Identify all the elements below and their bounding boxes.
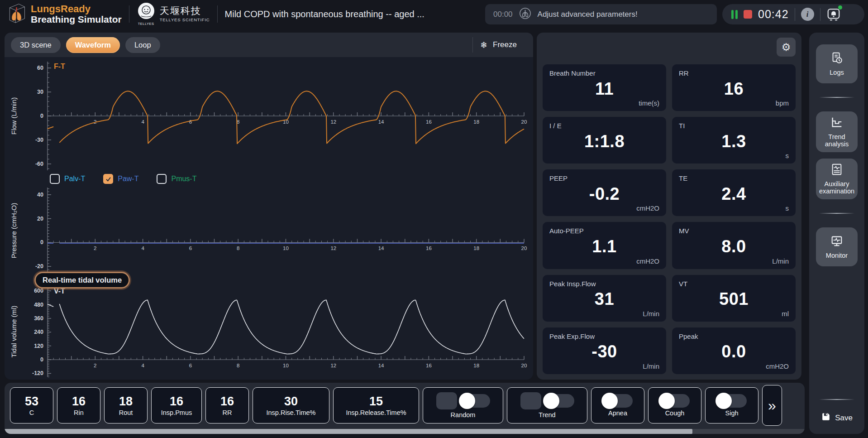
toggle-knob[interactable] [715,393,732,409]
toggle-random[interactable]: Random [423,387,503,424]
session-controls: 00:42 i [722,4,864,24]
device-notification-icon[interactable] [826,7,841,22]
sidebar-divider [819,213,854,214]
toggle-knob[interactable] [543,393,559,409]
parameter-label: I / E [549,122,562,130]
scrollbar-thumb[interactable] [5,429,692,434]
parameter-unit: time(s) [639,99,659,107]
svg-text:4: 4 [141,119,144,125]
checkbox-unchecked-icon[interactable] [50,174,60,184]
control-insp-release-time-[interactable]: 15Insp.Release.Time% [333,387,419,424]
toggle-switch[interactable] [660,394,690,408]
view-tab-strip: 3D scene Waveform Loop ❄ Freeze [5,33,533,57]
parameter-label: Breath Number [549,69,596,77]
parameter-unit: s [786,204,789,212]
toggle-knob[interactable] [601,393,618,409]
toggle-block [436,392,457,409]
legend-checkbox-paw-t[interactable]: Paw-T [103,174,138,184]
legend-checkbox-pmus-t[interactable]: Pmus-T [157,174,196,184]
sidebar-divider [819,97,854,98]
scenario-title: Mild COPD with spontaneous breathing -- … [225,9,424,19]
freeze-button[interactable]: ❄ Freeze [472,37,517,53]
tab-loop[interactable]: Loop [125,37,160,53]
control-rr[interactable]: 16RR [205,387,249,424]
svg-text:2: 2 [94,363,96,368]
parameter-label: Ppeak [679,332,698,340]
parameter-card-peak-exp-flow: Peak Exp.Flow-30L/min [543,327,666,374]
control-insp-rise-time-[interactable]: 30Insp.Rise.Time% [253,387,329,424]
svg-text:Flow (L/min): Flow (L/min) [10,97,18,135]
gear-icon[interactable]: ⚙ [777,38,796,57]
expand-controls-button[interactable]: » [762,385,782,426]
stop-button[interactable] [744,10,752,19]
toggle-switch[interactable] [717,394,747,408]
notification-message: Adjust advanced parameters! [538,10,638,19]
toggle-cough[interactable]: Cough [648,387,701,424]
parameter-card-ppeak: Ppeak0.0cmH2O [672,327,796,374]
svg-text:40: 40 [37,192,43,198]
checkbox-unchecked-icon[interactable] [157,174,167,184]
toggle-label: Random [451,411,476,419]
svg-text:30: 30 [37,89,43,95]
svg-text:10: 10 [283,245,289,251]
toggle-label: Cough [665,409,685,417]
realtime-tidal-volume-badge: Real-time tidal volume [34,272,130,289]
toggle-switch[interactable] [603,394,633,408]
toggle-apnea[interactable]: Apnea [591,387,644,424]
parameter-unit: cmH2O [636,257,659,265]
waveform-panel: 3D scene Waveform Loop ❄ Freeze Flow (L/… [5,33,533,380]
checkbox-checked-icon[interactable] [103,174,113,184]
parameter-label: MV [679,227,689,235]
parameter-card-ti: TI1.3s [672,117,796,164]
sidebar-button-auxiliary-examination[interactable]: Auxiliary examination [816,159,858,199]
parameter-unit: cmH2O [636,204,659,212]
parameter-value: 2.4 [672,184,796,203]
volume-time-chart: Tidal volume (ml)-1200120240360480600246… [5,286,533,377]
toggle-sigh[interactable]: Sigh [705,387,758,424]
toggle-knob[interactable] [459,393,475,409]
info-icon[interactable]: i [801,8,814,21]
svg-text:14: 14 [378,245,384,251]
session-timer: 00:42 [758,8,789,21]
svg-text:12: 12 [330,245,336,251]
parameter-value: 1.1 [543,237,666,256]
svg-text:16: 16 [426,245,432,251]
freeze-label: Freeze [493,40,517,49]
toggle-knob[interactable] [658,393,675,409]
svg-text:16: 16 [426,119,432,125]
controls-row: 53C16Rin18Rout16Insp.Pmus16RR30Insp.Rise… [10,383,782,428]
legend-checkbox-palv-t[interactable]: Palv-T [50,174,85,184]
toggle-trend[interactable]: Trend [507,387,587,424]
notification-bar[interactable]: 00:00 Adjust advanced parameters! [485,4,717,24]
legend-label: Palv-T [64,175,85,183]
control-c[interactable]: 53C [10,387,53,424]
brand-text: LungsReady Breathing Simulator [31,4,122,24]
toggle-label: Sigh [725,409,738,417]
tab-waveform[interactable]: Waveform [66,37,120,53]
parameter-card-peak-insp-flow: Peak Insp.Flow31L/min [543,275,666,322]
svg-text:Tidal volume (ml): Tidal volume (ml) [10,306,18,357]
vendor-name-en: TELLYES SCIENTIFIC [160,18,210,23]
svg-text:16: 16 [426,363,432,368]
parameter-unit: L/min [772,257,789,265]
svg-text:-30: -30 [35,137,43,143]
toggle-switch[interactable] [544,394,574,408]
sidebar-button-logs[interactable]: Logs [816,44,858,83]
sidebar-button-monitor[interactable]: Monitor [816,227,858,266]
pause-button[interactable] [731,10,738,19]
svg-text:20: 20 [521,245,527,251]
toggle-switch[interactable] [460,394,490,408]
control-insp-pmus[interactable]: 16Insp.Pmus [151,387,202,424]
parameter-card-rr: RR16bpm [672,64,796,111]
parameter-card-vt: VT501ml [672,275,796,322]
toggle-block [520,392,541,409]
parameter-value: 1.3 [672,131,796,151]
control-rout[interactable]: 18Rout [104,387,148,424]
parameter-card-breath-number: Breath Number11time(s) [543,64,666,111]
control-value: 53 [25,395,38,409]
control-rin[interactable]: 16Rin [57,387,100,424]
sidebar-button-trend-analysis[interactable]: Trend analysis [816,111,858,152]
tab-3d-scene[interactable]: 3D scene [11,37,61,53]
parameter-label: Auto-PEEP [549,227,584,235]
save-button[interactable]: Save [821,412,853,424]
